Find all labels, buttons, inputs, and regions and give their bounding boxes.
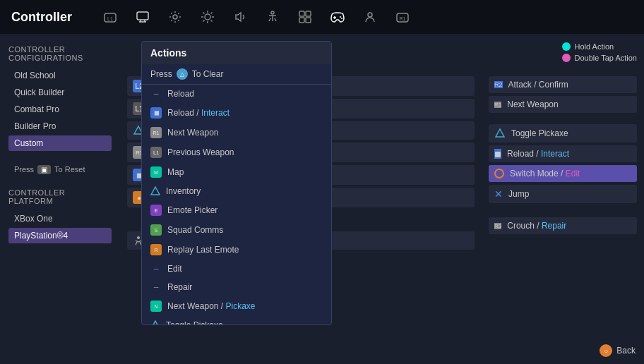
nav-brightness[interactable] — [198, 7, 217, 27]
dash-repair-icon: – — [150, 282, 162, 292]
actions-list[interactable]: – Reload ◼ Reload / Interact R1 Next Wea… — [142, 85, 331, 324]
circle-right-icon — [494, 169, 504, 178]
emote-picker-action-label: Emote Picker — [167, 205, 217, 215]
jump-label: Jump — [508, 189, 529, 199]
nav-r1[interactable]: R1 — [393, 7, 412, 27]
mapping-reload-interact[interactable]: ◼ Reload / Interact — [489, 145, 637, 162]
next-weapon-action-label: Next Weapon — [167, 128, 219, 138]
config-combat-pro[interactable]: Combat Pro — [8, 102, 112, 117]
svg-text:R1: R1 — [400, 16, 406, 21]
action-previous-weapon[interactable]: L1 Previous Weapon — [142, 142, 331, 162]
crouch-label: Crouch / Repair — [507, 221, 566, 231]
mapping-toggle-pickaxe[interactable]: Toggle Pickaxe — [489, 124, 637, 142]
nav-audio[interactable] — [230, 7, 250, 27]
pickaxe-action-icon: N — [150, 301, 162, 312]
switch-mode-accent: Edit — [566, 169, 580, 178]
square-right-icon: ◼ — [494, 149, 501, 159]
press-label: Press — [150, 69, 172, 79]
mapping-crouch[interactable]: R3 Crouch / Repair — [489, 217, 637, 234]
attack-confirm-label: Attack / Confirm — [508, 80, 568, 90]
toggle-pickaxe-action-label: Toggle Pickaxe — [166, 320, 223, 324]
mapping-jump[interactable]: ✕ Jump — [489, 185, 637, 203]
mapping-attack-confirm[interactable]: R2 Attack / Confirm — [489, 76, 637, 93]
next-weapon-label: Next Weapon — [507, 99, 559, 109]
svg-point-15 — [340, 16, 341, 18]
reset-badge: ▣ — [37, 165, 51, 174]
nav-account[interactable] — [360, 7, 380, 27]
nav-accessibility[interactable] — [263, 7, 282, 27]
svg-text:L1: L1 — [107, 16, 113, 21]
action-repair[interactable]: – Repair — [142, 278, 331, 296]
svg-point-21 — [137, 236, 140, 239]
dash-edit-icon: – — [150, 264, 162, 274]
r3-icon: R3 — [494, 223, 501, 229]
pickaxe-accent: Pickaxe — [226, 301, 256, 311]
action-inventory[interactable]: Inventory — [142, 182, 331, 200]
action-reload-interact[interactable]: ◼ Reload / Interact — [142, 103, 331, 123]
legend-doubletap: Double Tap Action — [562, 54, 637, 62]
squad-action-icon: S — [150, 224, 162, 236]
action-emote-picker[interactable]: E Emote Picker — [142, 200, 331, 220]
edit-label: Edit — [167, 264, 182, 274]
mapping-switch-mode[interactable]: Switch Mode / Edit — [489, 165, 637, 182]
doubletap-label: Double Tap Action — [575, 54, 637, 62]
left-panel: Controller Configurations Old School Qui… — [0, 34, 120, 364]
configurations-title: Controller Configurations — [8, 45, 112, 62]
top-bar: Controller L1 R1 — [0, 0, 644, 34]
actions-header: Actions — [142, 42, 331, 64]
legend-hold: Hold Action — [562, 42, 637, 51]
triangle-action-icon — [150, 186, 160, 196]
spacer — [489, 116, 637, 121]
nav-controller[interactable] — [328, 7, 347, 27]
nav-settings[interactable] — [165, 7, 185, 27]
platform-title: Controller Platform — [8, 188, 112, 205]
replay-emote-action-label: Replay Last Emote — [167, 245, 239, 255]
action-next-weapon[interactable]: R1 Next Weapon — [142, 123, 331, 142]
platform-xbox[interactable]: XBox One — [8, 211, 112, 226]
actions-modal: Actions Press △ To Clear – Reload ◼ Relo… — [141, 41, 332, 325]
action-edit[interactable]: – Edit — [142, 260, 331, 278]
reload-interact-label: Reload / Interact — [507, 149, 569, 159]
platform-ps4[interactable]: PlayStation®4 — [8, 228, 112, 243]
mapping-next-weapon[interactable]: R1 Next Weapon — [489, 96, 637, 113]
nav-l1[interactable]: L1 — [100, 7, 120, 27]
triangle-pickaxe-icon — [150, 320, 160, 324]
svg-rect-10 — [306, 11, 311, 16]
nav-display[interactable] — [133, 7, 153, 27]
replay-action-icon: R — [150, 244, 162, 255]
nav-icons: L1 R1 — [100, 7, 412, 27]
next-weapon-pickaxe-label: Next Weapon / Pickaxe — [167, 301, 256, 311]
svg-point-6 — [173, 15, 177, 19]
svg-marker-23 — [151, 187, 160, 195]
platform-list: XBox One PlayStation®4 — [8, 211, 112, 243]
config-custom[interactable]: Custom — [8, 135, 112, 151]
hold-dot — [562, 42, 571, 51]
triangle-clear-btn[interactable]: △ — [177, 68, 188, 80]
action-next-weapon-pickaxe[interactable]: N Next Weapon / Pickaxe — [142, 296, 331, 316]
crouch-accent: Repair — [542, 221, 566, 231]
action-replay-emote[interactable]: R Replay Last Emote — [142, 240, 331, 260]
action-map[interactable]: M Map — [142, 162, 331, 182]
svg-point-8 — [271, 11, 274, 14]
config-old-school[interactable]: Old School — [8, 68, 112, 83]
config-quick-builder[interactable]: Quick Builder — [8, 85, 112, 100]
config-builder-pro[interactable]: Builder Pro — [8, 119, 112, 134]
map-action-label: Map — [167, 167, 184, 177]
action-toggle-pickaxe[interactable]: Toggle Pickaxe — [142, 316, 331, 324]
right-panel: R2 Attack / Confirm R1 Next Weapon Toggl… — [482, 34, 644, 364]
reload-label: Reload — [167, 89, 194, 99]
nav-interface[interactable] — [295, 7, 315, 27]
map-action-icon: M — [150, 166, 162, 178]
action-squad-comms[interactable]: S Squad Comms — [142, 220, 331, 240]
svg-rect-11 — [299, 18, 304, 23]
svg-rect-12 — [306, 18, 311, 23]
back-button[interactable]: ○ Back — [600, 344, 636, 357]
l1-action-icon: L1 — [150, 147, 162, 158]
switch-mode-label: Switch Mode / Edit — [510, 169, 580, 178]
svg-rect-2 — [137, 12, 148, 20]
action-reload[interactable]: – Reload — [142, 85, 331, 103]
triangle-right-icon — [494, 128, 506, 139]
reload-accent: Interact — [541, 149, 569, 159]
svg-point-16 — [341, 18, 342, 19]
r2-icon: R2 — [494, 81, 503, 88]
